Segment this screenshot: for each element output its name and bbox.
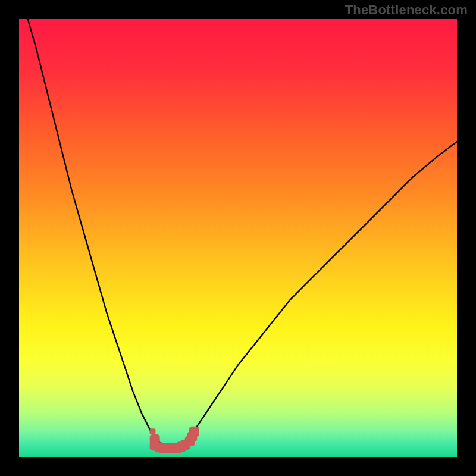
chart-frame: TheBottleneck.com bbox=[0, 0, 476, 476]
marker-point bbox=[189, 427, 199, 437]
watermark-text: TheBottleneck.com bbox=[345, 2, 468, 18]
marker-point bbox=[149, 428, 155, 434]
chart-plot-area bbox=[19, 19, 457, 457]
chart-svg bbox=[19, 19, 457, 457]
